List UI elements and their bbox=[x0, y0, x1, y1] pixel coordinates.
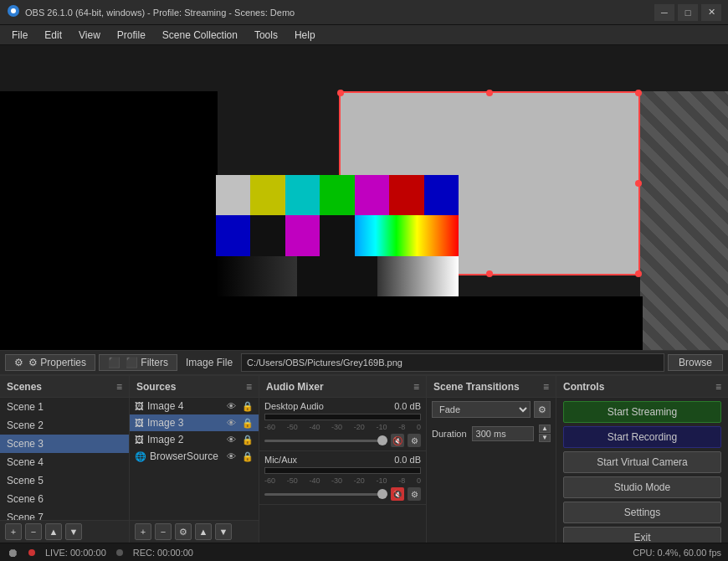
duration-up[interactable]: ▲ bbox=[539, 425, 551, 433]
svg-point-1 bbox=[11, 8, 16, 13]
scene-item-2[interactable]: Scene 2 bbox=[0, 416, 129, 435]
controls-content: Start Streaming Start Recording Start Vi… bbox=[556, 398, 728, 543]
menu-view[interactable]: View bbox=[70, 25, 109, 44]
source-name: BrowserSource bbox=[150, 450, 223, 462]
sources-menu-icon[interactable]: ≡ bbox=[246, 381, 252, 393]
scene-item-6[interactable]: Scene 6 bbox=[0, 490, 129, 508]
preview-black-bottom bbox=[216, 296, 643, 350]
source-name: Image 2 bbox=[147, 434, 223, 445]
audio-channel-desktop: Desktop Audio 0.0 dB -60-50-40-30-20-10-… bbox=[259, 398, 426, 451]
menu-edit[interactable]: Edit bbox=[36, 25, 70, 44]
browse-button[interactable]: Browse bbox=[668, 354, 723, 371]
start-recording-button[interactable]: Start Recording bbox=[563, 426, 721, 448]
transition-gear-button[interactable]: ⚙ bbox=[534, 401, 551, 418]
menu-scene-collection[interactable]: Scene Collection bbox=[154, 25, 246, 44]
source-visibility[interactable]: 👁 bbox=[227, 451, 236, 461]
source-item-4[interactable]: 🌐 BrowserSource 👁 🔒 bbox=[130, 448, 259, 465]
duration-spinners: ▲ ▼ bbox=[539, 425, 551, 442]
sources-title: Sources bbox=[136, 381, 176, 393]
desktop-mute-button[interactable]: 🔇 bbox=[391, 434, 404, 447]
maximize-button[interactable]: □ bbox=[678, 4, 698, 21]
source-item-3[interactable]: 🖼 Image 2 👁 🔒 bbox=[130, 431, 259, 448]
move-up-scene-button[interactable]: ▲ bbox=[45, 523, 62, 540]
audio-channel-mic: Mic/Aux 0.0 dB -60-50-40-30-20-10-80 🔇 ⚙ bbox=[259, 451, 426, 505]
add-scene-button[interactable]: + bbox=[5, 523, 22, 540]
handle-tc[interactable] bbox=[486, 90, 493, 96]
add-source-button[interactable]: + bbox=[135, 523, 151, 540]
exit-button[interactable]: Exit bbox=[563, 527, 721, 543]
source-lock[interactable]: 🔒 bbox=[242, 435, 254, 445]
handle-tl[interactable] bbox=[337, 90, 344, 96]
transition-type-select[interactable]: Fade bbox=[432, 401, 531, 418]
remove-scene-button[interactable]: − bbox=[25, 523, 42, 540]
scene-item-5[interactable]: Scene 5 bbox=[0, 471, 129, 490]
source-name: Image 4 bbox=[147, 400, 223, 412]
scenes-menu-icon[interactable]: ≡ bbox=[116, 381, 122, 393]
source-lock[interactable]: 🔒 bbox=[242, 401, 254, 412]
desktop-audio-settings[interactable]: ⚙ bbox=[408, 434, 421, 447]
titlebar: OBS 26.1.0 (64-bit, windows) - Profile: … bbox=[0, 0, 728, 25]
source-visibility[interactable]: 👁 bbox=[227, 401, 236, 411]
audio-header: Audio Mixer ≡ bbox=[259, 376, 426, 398]
scene-item-4[interactable]: Scene 4 bbox=[0, 453, 129, 471]
menu-help[interactable]: Help bbox=[286, 25, 324, 44]
controls-menu-icon[interactable]: ≡ bbox=[715, 381, 721, 393]
menu-profile[interactable]: Profile bbox=[109, 25, 154, 44]
menu-file[interactable]: File bbox=[3, 25, 36, 44]
scenes-title: Scenes bbox=[7, 381, 42, 393]
start-streaming-button[interactable]: Start Streaming bbox=[563, 401, 721, 423]
file-path-input[interactable] bbox=[241, 353, 664, 372]
duration-input[interactable] bbox=[472, 426, 534, 441]
mic-meter-labels: -60-50-40-30-20-10-80 bbox=[264, 476, 421, 485]
filters-button[interactable]: ⬛ ⬛ Filters bbox=[99, 354, 177, 371]
transitions-menu-icon[interactable]: ≡ bbox=[543, 381, 549, 393]
preview-stripe-right bbox=[640, 91, 728, 350]
handle-br[interactable] bbox=[635, 270, 642, 277]
controls-title: Controls bbox=[563, 381, 604, 393]
transition-duration-row: Duration ▲ ▼ bbox=[427, 421, 556, 445]
move-down-scene-button[interactable]: ▼ bbox=[65, 523, 82, 540]
source-item-2[interactable]: 🖼 Image 3 👁 🔒 bbox=[130, 414, 259, 431]
scenes-panel: Scenes ≡ Scene 1Scene 2Scene 3Scene 4Sce… bbox=[0, 376, 130, 543]
scene-item-1[interactable]: Scene 1 bbox=[0, 398, 129, 416]
start-virtual-camera-button[interactable]: Start Virtual Camera bbox=[563, 451, 721, 473]
studio-mode-button[interactable]: Studio Mode bbox=[563, 476, 721, 498]
source-visibility[interactable]: 👁 bbox=[227, 418, 236, 428]
handle-bc[interactable] bbox=[486, 270, 493, 277]
preview-black-left bbox=[0, 91, 218, 350]
transitions-content: Fade ⚙ Duration ▲ ▼ bbox=[427, 398, 556, 543]
scene-item-3[interactable]: Scene 3 bbox=[0, 435, 129, 453]
remove-source-button[interactable]: − bbox=[155, 523, 172, 540]
handle-tr[interactable] bbox=[635, 90, 642, 96]
source-settings-button[interactable]: ⚙ bbox=[175, 523, 192, 540]
controls-header: Controls ≡ bbox=[556, 376, 728, 398]
source-lock[interactable]: 🔒 bbox=[242, 418, 254, 429]
settings-button[interactable]: Settings bbox=[563, 502, 721, 523]
properties-button[interactable]: ⚙ ⚙ Properties bbox=[5, 354, 95, 371]
minimize-button[interactable]: ─ bbox=[654, 4, 674, 21]
audio-menu-icon[interactable]: ≡ bbox=[413, 381, 419, 393]
titlebar-title: OBS 26.1.0 (64-bit, windows) - Profile: … bbox=[25, 8, 295, 18]
rec-timer: REC: 00:00:00 bbox=[133, 548, 193, 558]
source-item-1[interactable]: 🖼 Image 4 👁 🔒 bbox=[130, 398, 259, 414]
duration-down[interactable]: ▼ bbox=[539, 434, 551, 442]
filter-icon: ⬛ bbox=[108, 357, 120, 368]
transitions-panel: Scene Transitions ≡ Fade ⚙ Duration ▲ ▼ bbox=[427, 376, 556, 543]
source-visibility[interactable]: 👁 bbox=[227, 435, 236, 445]
move-down-source-button[interactable]: ▼ bbox=[215, 523, 232, 540]
move-up-source-button[interactable]: ▲ bbox=[195, 523, 212, 540]
handle-mr[interactable] bbox=[635, 180, 642, 187]
transition-type-row: Fade ⚙ bbox=[427, 398, 556, 421]
mic-audio-slider[interactable] bbox=[264, 493, 387, 496]
mic-mute-button[interactable]: 🔇 bbox=[391, 487, 404, 501]
close-button[interactable]: ✕ bbox=[701, 4, 721, 21]
panels: Scenes ≡ Scene 1Scene 2Scene 3Scene 4Sce… bbox=[0, 375, 728, 543]
transitions-title: Scene Transitions bbox=[433, 381, 520, 393]
status-record-icon: ⏺ bbox=[7, 546, 18, 559]
source-type-icon: 🖼 bbox=[135, 418, 144, 428]
menu-tools[interactable]: Tools bbox=[246, 25, 286, 44]
mic-audio-settings[interactable]: ⚙ bbox=[408, 487, 421, 501]
scene-item-7[interactable]: Scene 7 bbox=[0, 508, 129, 520]
desktop-audio-slider[interactable] bbox=[264, 440, 387, 442]
source-lock[interactable]: 🔒 bbox=[242, 451, 254, 462]
